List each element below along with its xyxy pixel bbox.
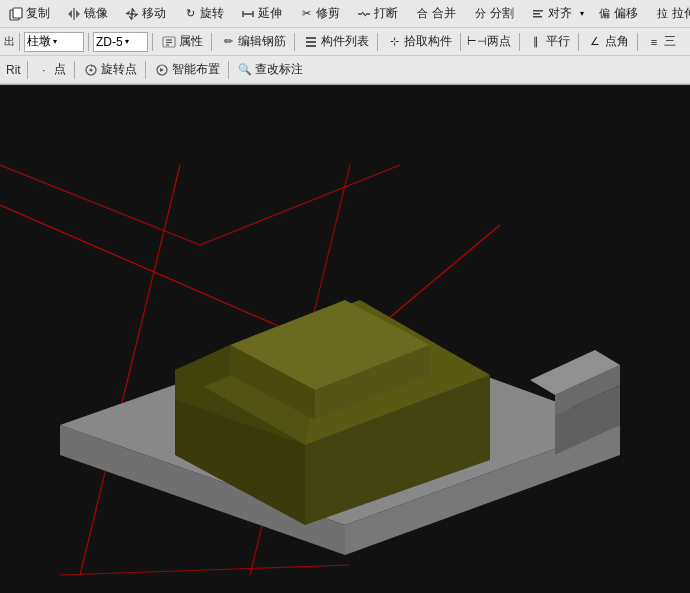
properties-icon [161, 34, 177, 50]
separator [294, 33, 295, 51]
toolbar-row2: 出 柱墩 ▾ ZD-5 ▾ 属性 ✏ 编辑钢筋 构件列表 [0, 28, 690, 56]
separator [519, 33, 520, 51]
svg-rect-11 [533, 16, 542, 18]
stretch-icon: 拉 [654, 6, 670, 22]
smart-layout-button[interactable]: 智能布置 [150, 59, 224, 81]
parallel-icon: ∥ [528, 34, 544, 50]
align-dropdown-arrow[interactable]: ▾ [580, 6, 584, 22]
merge-icon: 合 [414, 6, 430, 22]
extend-icon [240, 6, 256, 22]
parallel-button[interactable]: ∥ 平行 [524, 31, 574, 53]
svg-rect-10 [533, 13, 540, 15]
separator [228, 61, 229, 79]
separator [211, 33, 212, 51]
align-icon [530, 6, 546, 22]
separator [145, 61, 146, 79]
pick-component-button[interactable]: ⊹ 拾取构件 [382, 31, 456, 53]
rotate-point-button[interactable]: 旋转点 [79, 59, 141, 81]
move-icon [124, 6, 140, 22]
separator [74, 61, 75, 79]
split-button[interactable]: 分 分割 [468, 3, 518, 25]
component-list-icon [303, 34, 319, 50]
point-angle-button[interactable]: ∠ 点角 [583, 31, 633, 53]
separator [377, 33, 378, 51]
svg-rect-18 [306, 45, 316, 47]
separator [152, 33, 153, 51]
svg-point-20 [89, 68, 92, 71]
toolbar-container: 复制 镜像 移动 ↻ 旋转 延伸 ✂ [0, 0, 690, 85]
offset-icon: 偏 [596, 6, 612, 22]
edit-rebar-icon: ✏ [220, 34, 236, 50]
two-point-icon: ⊢⊣ [469, 34, 485, 50]
two-point-button[interactable]: ⊢⊣ 两点 [465, 31, 515, 53]
svg-point-3 [131, 12, 134, 15]
rotate-icon: ↻ [182, 6, 198, 22]
break-button[interactable]: 打断 [352, 3, 402, 25]
properties-button[interactable]: 属性 [157, 31, 207, 53]
rotate-button[interactable]: ↻ 旋转 [178, 3, 228, 25]
dropdown2-arrow: ▾ [125, 37, 129, 46]
copy-icon [8, 6, 24, 22]
three-button[interactable]: ≡ 三 [642, 31, 680, 53]
rit-label: Rit [4, 63, 23, 77]
three-icon: ≡ [646, 34, 662, 50]
move-button[interactable]: 移动 [120, 3, 170, 25]
check-annotation-button[interactable]: 🔍 查改标注 [233, 59, 307, 81]
separator [19, 33, 20, 51]
point-angle-icon: ∠ [587, 34, 603, 50]
component-list-button[interactable]: 构件列表 [299, 31, 373, 53]
toolbar-row3: Rit · 点 旋转点 智能布置 🔍 查改标注 [0, 56, 690, 84]
extend-button[interactable]: 延伸 [236, 3, 286, 25]
point-icon: · [36, 62, 52, 78]
offset-button[interactable]: 偏 偏移 [592, 3, 642, 25]
separator [88, 33, 89, 51]
svg-rect-17 [306, 41, 316, 43]
separator [460, 33, 461, 51]
merge-button[interactable]: 合 合并 [410, 3, 460, 25]
scene-svg [0, 85, 690, 593]
pick-component-icon: ⊹ [386, 34, 402, 50]
trim-icon: ✂ [298, 6, 314, 22]
stretch-button[interactable]: 拉 拉伸 [650, 3, 690, 25]
separator [27, 61, 28, 79]
split-icon: 分 [472, 6, 488, 22]
align-button[interactable]: 对齐 [526, 3, 576, 25]
component-id-dropdown[interactable]: ZD-5 ▾ [93, 32, 148, 52]
mirror-icon [66, 6, 82, 22]
svg-rect-16 [306, 37, 316, 39]
toolbar-row1: 复制 镜像 移动 ↻ 旋转 延伸 ✂ [0, 0, 690, 28]
point-button[interactable]: · 点 [32, 59, 70, 81]
component-type-dropdown[interactable]: 柱墩 ▾ [24, 32, 84, 52]
separator [637, 33, 638, 51]
out-label: 出 [4, 34, 15, 49]
break-icon [356, 6, 372, 22]
rotate-point-icon [83, 62, 99, 78]
dropdown1-arrow: ▾ [53, 37, 57, 46]
separator [578, 33, 579, 51]
smart-layout-icon [154, 62, 170, 78]
mirror-button[interactable]: 镜像 [62, 3, 112, 25]
check-annotation-icon: 🔍 [237, 62, 253, 78]
viewport-3d[interactable] [0, 85, 690, 593]
svg-rect-9 [533, 10, 543, 12]
edit-rebar-button[interactable]: ✏ 编辑钢筋 [216, 31, 290, 53]
trim-button[interactable]: ✂ 修剪 [294, 3, 344, 25]
copy-button[interactable]: 复制 [4, 3, 54, 25]
svg-rect-1 [13, 8, 22, 18]
